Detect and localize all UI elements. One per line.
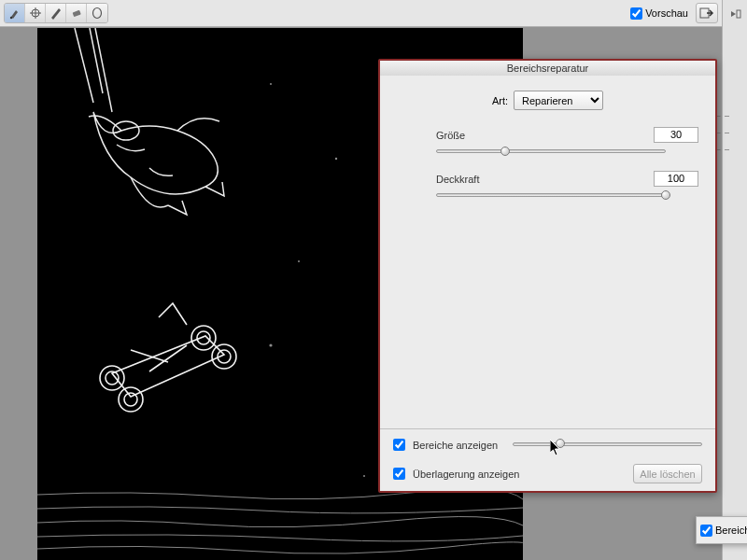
dialog-body: Art: Reparieren Größe 30 Deckkraft 100 xyxy=(380,76,715,429)
pen-tool[interactable] xyxy=(46,4,66,22)
side-areas-panel: Bereiche xyxy=(696,516,747,544)
svg-point-24 xyxy=(363,475,365,477)
svg-rect-4 xyxy=(72,10,80,17)
ellipse-icon xyxy=(91,7,104,20)
opacity-value[interactable]: 100 xyxy=(654,171,698,187)
opacity-row: Deckkraft 100 xyxy=(397,171,698,187)
eraser-icon xyxy=(70,7,83,20)
brush-icon xyxy=(8,7,21,20)
right-sidepanel xyxy=(722,0,747,560)
options-bar: Vorschau xyxy=(0,0,722,27)
areas-slider-handle[interactable] xyxy=(556,439,565,448)
side-areas-checkbox[interactable] xyxy=(700,525,712,537)
dialog-title: Bereichsreparatur xyxy=(380,61,715,76)
side-areas-label: Bereiche xyxy=(715,525,747,536)
eraser-tool[interactable] xyxy=(66,4,87,22)
size-slider-handle[interactable] xyxy=(500,147,510,156)
export-button[interactable] xyxy=(696,3,718,23)
size-slider[interactable] xyxy=(436,147,666,160)
dialog-footer: Bereiche anzeigen Überlagerung anzeigen … xyxy=(380,429,715,493)
panel-handle-icon[interactable] xyxy=(728,9,741,19)
show-overlay-label: Überlagerung anzeigen xyxy=(413,469,519,480)
areas-slider[interactable] xyxy=(513,442,702,448)
opacity-slider[interactable] xyxy=(436,190,666,203)
opacity-slider-handle[interactable] xyxy=(661,190,670,200)
export-icon xyxy=(699,7,714,20)
opacity-label: Deckkraft xyxy=(436,174,654,185)
svg-rect-7 xyxy=(737,10,740,18)
spot-repair-dialog: Bereichsreparatur Art: Reparieren Größe … xyxy=(378,59,717,493)
svg-point-5 xyxy=(93,8,102,19)
svg-point-0 xyxy=(9,17,11,19)
svg-point-22 xyxy=(269,343,272,346)
size-value[interactable]: 30 xyxy=(654,127,698,143)
crosshair-icon xyxy=(29,7,42,20)
size-row: Größe 30 xyxy=(397,127,698,143)
brush-tool[interactable] xyxy=(5,4,25,22)
type-select[interactable]: Reparieren xyxy=(514,91,603,110)
show-overlay-row: Überlagerung anzeigen Alle löschen xyxy=(393,464,702,483)
ellipse-tool[interactable] xyxy=(87,4,107,22)
type-label: Art: xyxy=(492,95,508,106)
svg-point-21 xyxy=(298,260,300,262)
size-label: Größe xyxy=(436,130,654,141)
preview-checkbox[interactable] xyxy=(630,7,642,20)
delete-all-button[interactable]: Alle löschen xyxy=(633,464,702,483)
crosshair-tool[interactable] xyxy=(25,4,46,22)
preview-checkbox-wrap[interactable]: Vorschau xyxy=(630,7,688,20)
tool-group xyxy=(4,3,108,23)
show-areas-row: Bereiche anzeigen xyxy=(393,439,702,451)
show-areas-checkbox[interactable] xyxy=(393,439,405,451)
preview-label: Vorschau xyxy=(645,7,688,19)
show-areas-label: Bereiche anzeigen xyxy=(413,440,498,451)
type-row: Art: Reparieren xyxy=(397,91,698,110)
svg-point-18 xyxy=(270,83,272,85)
show-overlay-checkbox[interactable] xyxy=(393,468,405,480)
pen-icon xyxy=(49,7,63,20)
svg-point-19 xyxy=(335,158,337,160)
